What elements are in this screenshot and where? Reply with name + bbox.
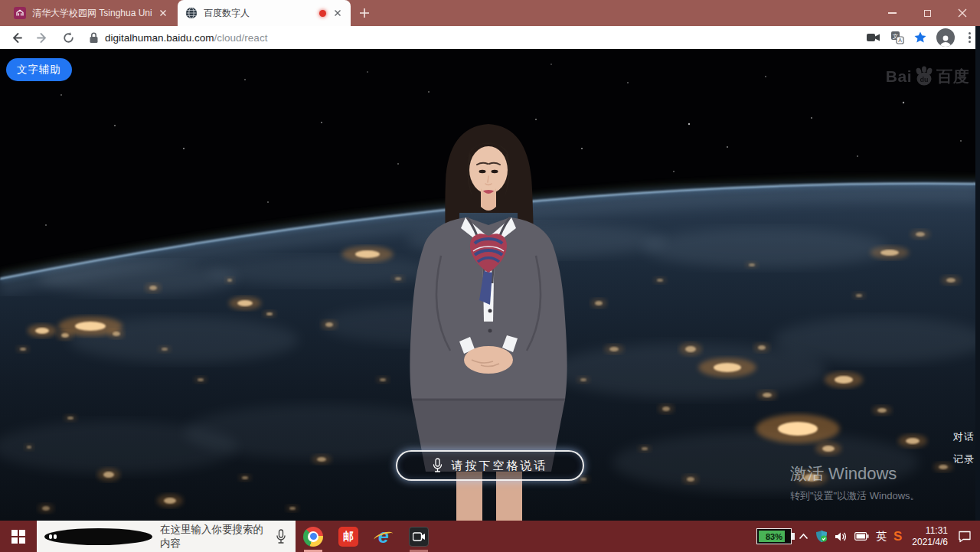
forward-button[interactable] xyxy=(32,28,52,47)
search-mic-icon[interactable] xyxy=(276,529,286,544)
chrome-icon xyxy=(303,527,323,547)
menu-kebab-icon[interactable] xyxy=(964,32,975,44)
action-center-icon[interactable] xyxy=(958,530,972,543)
baidu-logo: Bai du 百度 xyxy=(886,66,969,87)
battery-tray-icon[interactable] xyxy=(854,532,869,541)
lock-icon xyxy=(89,32,99,44)
language-indicator[interactable]: 英 xyxy=(876,530,887,544)
cortana-icon xyxy=(44,528,152,545)
start-button[interactable] xyxy=(0,521,37,552)
taskbar-ie[interactable]: e xyxy=(366,521,401,552)
close-tab-icon[interactable] xyxy=(158,8,168,18)
restore-button[interactable] xyxy=(910,0,945,26)
battery-percent-widget[interactable]: 83% xyxy=(756,528,792,544)
hands xyxy=(464,346,513,374)
toolbar-actions: 文 A xyxy=(866,26,975,49)
taskbar-mail[interactable]: 邮 xyxy=(331,521,366,552)
url-host: digitalhuman.baidu.com xyxy=(105,32,214,44)
speaker-icon[interactable] xyxy=(835,531,848,542)
windows-taskbar: 在这里输入你要搜索的内容 邮 e 83% xyxy=(0,521,980,552)
tab-digitalhuman[interactable]: 百度数字人 xyxy=(178,0,351,26)
profile-avatar[interactable] xyxy=(936,28,955,47)
back-button[interactable] xyxy=(6,28,26,47)
svg-text:du: du xyxy=(920,76,929,83)
minimize-button[interactable] xyxy=(874,0,910,26)
recording-indicator-icon xyxy=(319,10,326,17)
browser-toolbar: digitalhuman.baidu.com/cloud/react 文 A xyxy=(0,26,980,49)
text-assist-button[interactable]: 文字辅助 xyxy=(6,58,72,81)
new-tab-button[interactable] xyxy=(358,7,371,19)
svg-text:A: A xyxy=(898,38,902,43)
window-controls xyxy=(874,0,980,26)
screen: { "browser": { "tab1": { "title": "清华大学校… xyxy=(0,0,980,552)
battery-percent-text: 83% xyxy=(757,532,791,541)
mail-icon: 邮 xyxy=(338,527,358,547)
taskbar-clock[interactable]: 11:31 2021/4/6 xyxy=(912,525,948,548)
tab-tsinghua[interactable]: 清华大学校园网 Tsinghua Univ xyxy=(6,0,176,26)
taskbar-search-box[interactable]: 在这里输入你要搜索的内容 xyxy=(37,521,296,552)
mic-prompt-text: 请按下空格说话 xyxy=(452,459,548,473)
face xyxy=(469,146,508,194)
system-tray: 83% 英 S 11:31 2021/4/6 xyxy=(756,525,980,548)
sogou-input-icon[interactable]: S xyxy=(893,529,902,544)
record-tab[interactable]: 记录 xyxy=(953,452,975,466)
refresh-button[interactable] xyxy=(58,28,78,47)
search-placeholder: 在这里输入你要搜索的内容 xyxy=(160,523,268,550)
baidu-paw-icon: du xyxy=(913,66,936,87)
url-path: /cloud/react xyxy=(214,32,268,44)
tab-title: 清华大学校园网 Tsinghua Univ xyxy=(32,7,152,20)
tab-title: 百度数字人 xyxy=(204,7,313,20)
taskbar-camera-app[interactable] xyxy=(401,521,436,552)
media-capture-icon[interactable] xyxy=(866,31,881,44)
windows-logo-icon xyxy=(11,530,25,544)
time: 11:31 xyxy=(912,525,948,537)
bookmark-star-icon[interactable] xyxy=(913,31,927,44)
press-space-to-talk-prompt[interactable]: 请按下空格说话 xyxy=(396,450,584,481)
tsinghua-favicon xyxy=(14,7,26,19)
translate-icon[interactable]: 文 A xyxy=(890,31,904,44)
taskbar-chrome[interactable] xyxy=(296,521,331,552)
close-tab-icon[interactable] xyxy=(332,8,343,18)
internet-explorer-icon: e xyxy=(373,526,394,547)
address-bar[interactable]: digitalhuman.baidu.com/cloud/react xyxy=(89,32,267,44)
side-panel-tabs: 对话 记录 xyxy=(953,430,975,466)
page-content: 文字辅助 Bai du 百度 请按下空格说话 对话 记录 激活 Windows … xyxy=(0,49,980,521)
activate-windows-watermark: 激活 Windows 转到"设置"以激活 Windows。 xyxy=(790,462,920,503)
date: 2021/4/6 xyxy=(912,537,948,548)
hidden-icons-chevron[interactable] xyxy=(799,533,808,540)
close-window-button[interactable] xyxy=(945,0,980,26)
camera-app-icon xyxy=(409,527,429,547)
dialog-tab[interactable]: 对话 xyxy=(953,430,975,444)
browser-titlebar: 清华大学校园网 Tsinghua Univ 百度数字人 xyxy=(0,0,980,26)
globe-favicon xyxy=(185,7,198,19)
microphone-icon xyxy=(433,458,443,473)
screen-edge-strip xyxy=(975,26,980,521)
defender-shield-icon[interactable] xyxy=(815,530,828,543)
